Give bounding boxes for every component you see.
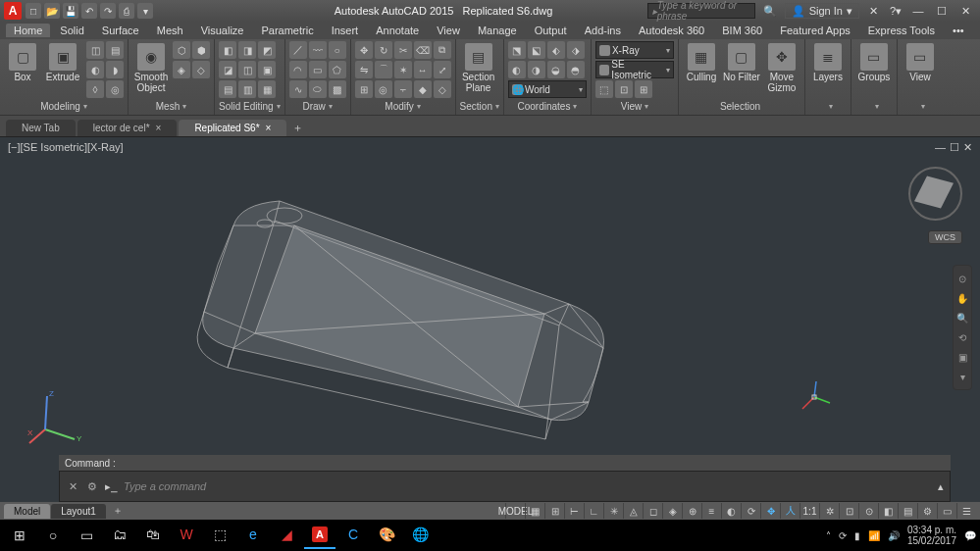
- cmd-close-icon[interactable]: ✕: [66, 479, 79, 493]
- panel-label-modeling[interactable]: Modeling: [4, 98, 124, 114]
- status-3dosnap-icon[interactable]: ◈: [662, 503, 682, 519]
- se-7-icon[interactable]: ▤: [219, 80, 236, 98]
- command-line[interactable]: ✕ ⚙ ▸⎯ Type a command ▴: [59, 471, 951, 502]
- status-model[interactable]: MODEL: [505, 503, 525, 519]
- ucs-7-icon[interactable]: ◒: [547, 61, 565, 78]
- status-clean-icon[interactable]: ▭: [937, 503, 956, 519]
- smooth-object-button[interactable]: ◉Smooth Object: [132, 41, 170, 93]
- status-polar-icon[interactable]: ✳: [603, 503, 623, 519]
- add-layout-button[interactable]: ＋: [107, 502, 129, 520]
- revolve-icon[interactable]: ◐: [86, 61, 104, 78]
- panel-label-mesh[interactable]: Mesh: [132, 98, 210, 114]
- vp-minimize-icon[interactable]: —: [935, 141, 946, 154]
- sign-in-button[interactable]: 👤 Sign In ▾: [785, 3, 859, 19]
- tray-notifications-icon[interactable]: 💬: [964, 530, 976, 541]
- explorer-app-icon[interactable]: 🗂: [104, 522, 135, 549]
- panel-label-draw[interactable]: Draw: [289, 98, 346, 114]
- se-3-icon[interactable]: ◩: [258, 41, 276, 59]
- circle-icon[interactable]: ○: [329, 41, 346, 59]
- orbit-icon[interactable]: ⟲: [955, 330, 969, 344]
- v3-icon[interactable]: ⊞: [635, 80, 652, 98]
- v2-icon[interactable]: ⊡: [615, 80, 633, 98]
- status-hw-icon[interactable]: ⚙: [917, 503, 937, 519]
- status-infer-icon[interactable]: ⊢: [564, 503, 584, 519]
- tray-overflow-icon[interactable]: ˄: [826, 530, 831, 541]
- acrobat-app-icon[interactable]: ◢: [271, 522, 302, 549]
- qat-undo-icon[interactable]: ↶: [81, 3, 97, 19]
- mesh-refine-icon[interactable]: ◈: [173, 61, 190, 78]
- tab-annotate[interactable]: Annotate: [368, 24, 427, 37]
- array-icon[interactable]: ⊞: [355, 80, 373, 98]
- status-snap-icon[interactable]: ⊞: [544, 503, 564, 519]
- status-iso-icon[interactable]: ◬: [623, 503, 643, 519]
- tray-volume-icon[interactable]: 🔊: [888, 530, 900, 541]
- close-button[interactable]: ✕: [954, 3, 976, 19]
- store-app-icon[interactable]: 🛍: [137, 522, 169, 549]
- taskview-button[interactable]: ▭: [71, 522, 102, 549]
- exchange-icon[interactable]: ✕: [869, 5, 878, 18]
- help-search-input[interactable]: ▸ Type a keyword or phrase: [647, 3, 755, 19]
- union-icon[interactable]: ◎: [106, 80, 124, 98]
- view-direction-dropdown[interactable]: SE Isometric▾: [595, 61, 674, 78]
- showmotion-icon[interactable]: ▣: [955, 350, 969, 364]
- tray-battery-icon[interactable]: ▮: [854, 530, 860, 541]
- tab-output[interactable]: Output: [527, 24, 575, 37]
- explode-icon[interactable]: ✶: [394, 61, 412, 78]
- status-transp-icon[interactable]: ◐: [721, 503, 741, 519]
- section-plane-button[interactable]: ▤Section Plane: [460, 41, 497, 93]
- arc-icon[interactable]: ◠: [289, 61, 307, 78]
- mesh-crease-icon[interactable]: ◇: [192, 61, 210, 78]
- tab-featured[interactable]: Featured Apps: [772, 24, 858, 37]
- layers-button[interactable]: ≣Layers: [809, 41, 847, 82]
- start-button[interactable]: ⊞: [4, 522, 35, 549]
- se-9-icon[interactable]: ▦: [258, 80, 276, 98]
- add-tab-button[interactable]: ＋: [288, 119, 306, 136]
- culling-button[interactable]: ▦Culling: [683, 41, 720, 82]
- edge-app-icon[interactable]: e: [237, 522, 269, 549]
- tray-clock[interactable]: 03:34 p. m.15/02/2017: [907, 525, 956, 546]
- poly-icon[interactable]: ⬠: [329, 61, 346, 78]
- ucs-4-icon[interactable]: ⬗: [567, 41, 585, 59]
- qat-save-icon[interactable]: 💾: [63, 3, 78, 19]
- tab-surface[interactable]: Surface: [94, 24, 147, 37]
- spline-icon[interactable]: ∿: [289, 80, 307, 98]
- tab-addins[interactable]: Add-ins: [577, 24, 629, 37]
- trim-icon[interactable]: ✂: [394, 41, 412, 59]
- status-osnap-icon[interactable]: ◻: [643, 503, 662, 519]
- stretch-icon[interactable]: ↔: [414, 61, 432, 78]
- ucs-icon[interactable]: Y X Z: [27, 388, 86, 447]
- dropbox-app-icon[interactable]: ⬚: [204, 522, 235, 549]
- extrude-button[interactable]: ▣Extrude: [44, 41, 81, 82]
- offset-icon[interactable]: ◎: [375, 80, 392, 98]
- m14-icon[interactable]: ◆: [414, 80, 432, 98]
- hatch-icon[interactable]: ▩: [329, 80, 346, 98]
- view-end-button[interactable]: ▭View: [902, 41, 939, 82]
- panel-label-modify[interactable]: Modify: [355, 98, 451, 114]
- command-input[interactable]: Type a command: [124, 480, 206, 492]
- wcs-badge[interactable]: WCS: [928, 230, 962, 244]
- no-filter-button[interactable]: ▢No Filter: [723, 41, 760, 82]
- tab-mesh[interactable]: Mesh: [149, 24, 191, 37]
- tab-manage[interactable]: Manage: [470, 24, 525, 37]
- help-icon[interactable]: ?▾: [890, 5, 902, 18]
- tab-solid[interactable]: Solid: [52, 24, 91, 37]
- status-anno-icon[interactable]: 人: [780, 503, 799, 519]
- tab-view[interactable]: View: [429, 24, 468, 37]
- status-units-icon[interactable]: ◧: [878, 503, 898, 519]
- spacetab-model[interactable]: Model: [4, 504, 50, 519]
- mesh-more-icon[interactable]: ⬡: [173, 41, 190, 59]
- status-dyn-icon[interactable]: ⊕: [682, 503, 701, 519]
- align-icon[interactable]: ⫟: [394, 80, 412, 98]
- tab-bim360[interactable]: BIM 360: [714, 24, 770, 37]
- move-gizmo-button[interactable]: ✥Move Gizmo: [763, 41, 800, 93]
- loft-icon[interactable]: ◊: [86, 80, 104, 98]
- status-ortho-icon[interactable]: ∟: [584, 503, 603, 519]
- v1-icon[interactable]: ⬚: [595, 80, 613, 98]
- status-scale[interactable]: 1:1: [799, 503, 819, 519]
- viewport-label[interactable]: [−][SE Isometric][X-Ray]: [8, 141, 124, 153]
- cmd-config-icon[interactable]: ⚙: [85, 479, 99, 493]
- panel-label-view-end[interactable]: [902, 98, 939, 114]
- minimize-button[interactable]: —: [907, 3, 929, 19]
- tab-visualize[interactable]: Visualize: [193, 24, 252, 37]
- visual-style-dropdown[interactable]: X-Ray▾: [595, 41, 674, 59]
